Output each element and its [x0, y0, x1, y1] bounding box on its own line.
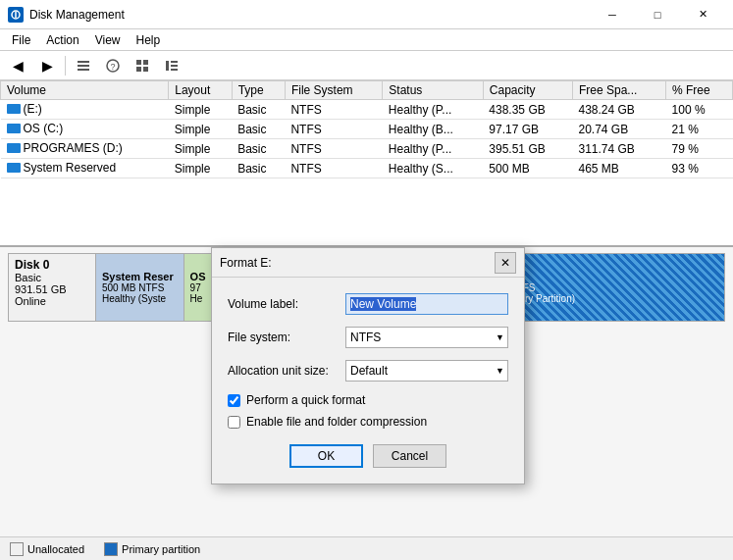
disk-info: Disk 0 Basic 931.51 GB Online	[8, 253, 96, 322]
table-cell: OS (C:)	[1, 120, 169, 139]
minimize-button[interactable]: ─	[590, 0, 635, 29]
col-layout: Layout	[169, 81, 232, 100]
toolbar-btn-2[interactable]: ?	[99, 54, 127, 77]
table-row[interactable]: System ReservedSimpleBasicNTFSHealthy (S…	[1, 159, 733, 178]
format-dialog: Format E: ✕ Volume label: File system: N…	[211, 247, 525, 484]
partition-sys-name: System Reser	[102, 271, 178, 282]
table-cell: Healthy (S...	[383, 159, 484, 178]
svg-rect-7	[136, 60, 141, 65]
ok-button[interactable]: OK	[289, 444, 363, 468]
table-cell: 311.74 GB	[572, 139, 665, 159]
table-cell: 97.17 GB	[483, 120, 572, 139]
disk-table: Volume Layout Type File System Status Ca…	[0, 80, 733, 178]
svg-rect-11	[166, 61, 169, 71]
compression-label[interactable]: Enable file and folder compression	[246, 415, 427, 429]
table-cell: Simple	[169, 100, 232, 120]
table-cell: 100 %	[666, 100, 733, 120]
drive-icon	[7, 104, 21, 114]
menu-file[interactable]: File	[4, 31, 38, 49]
volume-label-input[interactable]	[345, 293, 508, 315]
maximize-button[interactable]: □	[635, 0, 680, 29]
main-content: Volume Layout Type File System Status Ca…	[0, 80, 733, 560]
table-cell: 21 %	[666, 120, 733, 139]
volume-label-row: Volume label:	[228, 293, 508, 315]
col-free: Free Spa...	[572, 81, 665, 100]
close-button[interactable]: ✕	[680, 0, 725, 29]
table-cell: Simple	[169, 159, 232, 178]
table-row[interactable]: PROGRAMES (D:)SimpleBasicNTFSHealthy (P.…	[1, 139, 733, 159]
table-cell: NTFS	[285, 100, 382, 120]
table-cell: System Reserved	[1, 159, 169, 178]
quick-format-checkbox[interactable]	[228, 394, 240, 407]
table-area: Volume Layout Type File System Status Ca…	[0, 80, 733, 247]
legend-unallocated: Unallocated	[10, 542, 84, 556]
svg-rect-4	[78, 69, 89, 71]
disk-name: Disk 0	[15, 258, 89, 272]
partition-sys-info: Healthy (Syste	[102, 293, 178, 304]
table-cell: 465 MB	[572, 159, 665, 178]
file-system-select-wrapper: NTFS FAT32 exFAT	[345, 327, 508, 348]
grid-icon	[135, 59, 149, 73]
allocation-select[interactable]: Default 512 1024	[345, 360, 508, 382]
forward-button[interactable]: ▶	[33, 54, 61, 77]
svg-text:?: ?	[110, 62, 115, 72]
table-cell: Healthy (B...	[383, 120, 484, 139]
toolbar-btn-3[interactable]	[129, 54, 156, 77]
table-cell: 500 MB	[483, 159, 572, 178]
table-cell: Basic	[232, 139, 285, 159]
volume-label-label: Volume label:	[228, 297, 345, 311]
menu-help[interactable]: Help	[129, 31, 169, 49]
toolbar-btn-1[interactable]	[70, 54, 97, 77]
back-icon: ◀	[13, 58, 24, 74]
svg-rect-12	[171, 61, 178, 63]
allocation-select-wrapper: Default 512 1024	[345, 360, 508, 382]
table-cell: (E:)	[1, 100, 169, 120]
menu-action[interactable]: Action	[38, 31, 86, 49]
svg-rect-8	[143, 60, 148, 65]
window-title: Disk Management	[29, 8, 590, 22]
cancel-button[interactable]: Cancel	[373, 444, 446, 468]
allocation-row: Allocation unit size: Default 512 1024	[228, 360, 508, 382]
table-row[interactable]: (E:)SimpleBasicNTFSHealthy (P...438.35 G…	[1, 100, 733, 120]
table-row[interactable]: OS (C:)SimpleBasicNTFSHealthy (B...97.17…	[1, 120, 733, 139]
title-bar: Disk Management ─ □ ✕	[0, 0, 733, 29]
toolbar: ◀ ▶ ?	[0, 51, 733, 80]
table-cell: NTFS	[285, 159, 382, 178]
dialog-close-button[interactable]: ✕	[495, 252, 516, 274]
compression-checkbox[interactable]	[228, 416, 240, 429]
table-cell: Simple	[169, 139, 232, 159]
legend-unallocated-color	[10, 542, 24, 556]
toolbar-btn-4[interactable]	[158, 54, 185, 77]
disk-status: Online	[15, 295, 89, 307]
svg-rect-14	[171, 69, 178, 71]
forward-icon: ▶	[42, 58, 53, 74]
drive-icon	[7, 163, 21, 173]
table-cell: NTFS	[285, 120, 382, 139]
legend-primary: Primary partition	[104, 542, 200, 556]
quick-format-label[interactable]: Perform a quick format	[246, 393, 365, 407]
menu-view[interactable]: View	[87, 31, 129, 49]
table-cell: 395.51 GB	[483, 139, 572, 159]
details-icon	[165, 59, 179, 73]
legend-unallocated-label: Unallocated	[27, 543, 84, 555]
col-status: Status	[383, 81, 484, 100]
legend-primary-color	[104, 542, 118, 556]
table-cell: Basic	[232, 159, 285, 178]
partition-sys-size: 500 MB NTFS	[102, 282, 178, 293]
table-cell: 20.74 GB	[572, 120, 665, 139]
table-cell: 79 %	[666, 139, 733, 159]
help-icon: ?	[106, 59, 120, 73]
table-cell: Healthy (P...	[383, 100, 484, 120]
drive-icon	[7, 124, 21, 133]
table-cell: NTFS	[285, 139, 382, 159]
col-capacity: Capacity	[483, 81, 572, 100]
back-button[interactable]: ◀	[4, 54, 31, 77]
table-cell: Healthy (P...	[383, 139, 484, 159]
status-bar: Unallocated Primary partition	[0, 536, 733, 560]
partition-system-reserved[interactable]: System Reser 500 MB NTFS Healthy (Syste	[96, 254, 184, 321]
menu-bar: File Action View Help	[0, 29, 733, 51]
file-system-select[interactable]: NTFS FAT32 exFAT	[345, 327, 508, 348]
col-fs: File System	[285, 81, 382, 100]
app-icon	[8, 7, 24, 23]
table-cell: 93 %	[666, 159, 733, 178]
